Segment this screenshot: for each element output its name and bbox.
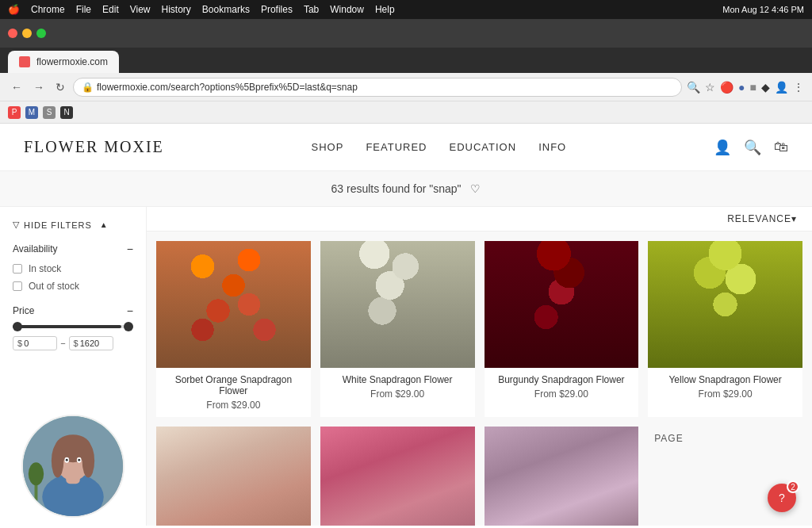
avatar-image [23,416,123,516]
menu-bookmarks[interactable]: Bookmarks [202,4,250,15]
avatar-svg [23,415,123,518]
url-text: flowermoxie.com/search?options%5Bprefix%… [97,82,358,93]
bookmark-3[interactable]: S [43,106,56,119]
price-inputs: $ − $ [13,336,133,350]
out-of-stock-checkbox[interactable] [13,281,22,291]
active-tab[interactable]: flowermoxie.com [8,51,119,73]
price-slider[interactable] [13,325,133,328]
profile-icon[interactable]: 👤 [775,81,788,94]
heart-icon[interactable]: ♡ [470,182,481,195]
price-min-thumb[interactable] [13,322,22,331]
close-button[interactable] [8,29,17,38]
product-card-2[interactable]: White Snapdragon Flower From $29.00 [320,241,475,417]
search-result-text: 63 results found for "snap" [331,182,462,195]
back-button[interactable]: ← [8,79,25,95]
svg-point-10 [78,459,80,461]
nav-featured[interactable]: FEATURED [366,141,427,153]
reload-button[interactable]: ↻ [52,79,68,95]
extension-icon-1[interactable]: 🔴 [720,81,733,94]
minimize-button[interactable] [22,29,32,38]
menu-window[interactable]: Window [330,4,364,15]
product-image-5 [156,427,311,526]
product-info-2: White Snapdragon Flower From $29.00 [320,368,475,406]
nav-education[interactable]: EDUCATION [450,141,517,153]
product-image-7 [485,427,639,526]
menu-profiles[interactable]: Profiles [261,4,293,15]
bookmark-4[interactable]: N [60,106,73,119]
svg-point-9 [66,459,68,461]
price-separator: − [60,339,65,348]
product-card-7[interactable]: Mauve Lavender Snapdragon From $29.00 [485,427,639,526]
bookmark-2[interactable]: M [25,106,38,119]
in-stock-checkbox[interactable] [13,264,22,274]
menu-history[interactable]: History [162,4,191,15]
price-range: $ − $ [13,325,133,350]
min-price-input[interactable]: $ [13,336,57,350]
avatar-circle [21,415,124,518]
url-bar[interactable]: 🔒 flowermoxie.com/search?options%5Bprefi… [73,78,682,97]
in-stock-option[interactable]: In stock [13,263,133,274]
menu-view[interactable]: View [130,4,151,15]
min-price-field[interactable] [24,339,52,348]
svg-point-5 [52,444,64,478]
more-options-icon[interactable]: ⋮ [793,81,804,94]
menu-tab[interactable]: Tab [304,4,319,15]
account-icon[interactable]: 👤 [714,139,731,156]
menu-edit[interactable]: Edit [102,4,119,15]
min-price-symbol: $ [17,339,22,348]
out-of-stock-option[interactable]: Out of stock [13,281,133,292]
mac-os-bar: 🍎 Chrome File Edit View History Bookmark… [0,0,812,19]
site-logo[interactable]: FLOWER MOXIE [24,138,164,156]
product-name-1: Sorbet Orange Snapdragon Flower [159,374,308,396]
filter-toggle[interactable]: ▽ HIDE FILTERS ▲ [13,220,133,230]
price-max-thumb[interactable] [124,322,133,331]
menu-help[interactable]: Help [375,4,395,15]
nav-info[interactable]: INFO [538,141,566,153]
extension-icon-2[interactable]: ● [738,81,745,94]
bookmark-1[interactable]: P [8,106,21,119]
lock-icon: 🔒 [82,82,94,93]
product-card-5[interactable]: White and Pink Snapdragon Flower From $2… [156,427,311,526]
help-button[interactable]: ? 2 [768,484,796,512]
search-icon[interactable]: 🔍 [744,139,761,156]
product-card-3[interactable]: Burgundy Snapdragon Flower From $29.00 [485,241,639,417]
sort-arrow-icon[interactable]: ▾ [791,213,796,224]
product-price-3: From $29.00 [488,388,636,400]
price-toggle[interactable]: − [127,304,133,317]
apple-menu[interactable]: 🍎 [8,4,20,15]
bookmark-icon[interactable]: ☆ [705,81,715,94]
mac-menu-bar: 🍎 Chrome File Edit View History Bookmark… [8,4,395,15]
menu-file[interactable]: File [76,4,91,15]
price-title: Price [13,305,34,316]
website-content: FLOWER MOXIE SHOP FEATURED EDUCATION INF… [0,124,812,528]
window-controls[interactable] [8,29,46,38]
main-layout: ▽ HIDE FILTERS ▲ Availability − In stock… [0,207,812,526]
product-info-3: Burgundy Snapdragon Flower From $29.00 [485,368,639,406]
product-image-6 [320,427,475,526]
sort-label[interactable]: RELEVANCE [727,213,791,224]
max-price-input[interactable]: $ [69,336,113,350]
product-image-4 [648,241,802,368]
extension-icon-4[interactable]: ◆ [761,81,770,94]
product-card-1[interactable]: Sorbet Orange Snapdragon Flower From $29… [156,241,311,417]
forward-button[interactable]: → [30,79,48,95]
menu-chrome[interactable]: Chrome [31,4,65,15]
product-name-3: Burgundy Snapdragon Flower [488,374,636,385]
search-result-header: 63 results found for "snap" ♡ [0,171,812,207]
mac-status-bar: Mon Aug 12 4:46 PM [722,5,804,14]
product-card-6[interactable]: Pink Snapdragon Flower From $29.00 [320,427,475,526]
max-price-field[interactable] [80,339,109,348]
product-info-4: Yellow Snapdragon Flower From $29.00 [648,368,802,406]
cart-icon[interactable]: 🛍 [774,139,788,155]
product-price-1: From $29.00 [159,400,308,411]
help-badge: 2 [787,480,799,493]
nav-shop[interactable]: SHOP [312,141,344,153]
product-card-4[interactable]: Yellow Snapdragon Flower From $29.00 [648,241,802,417]
availability-toggle[interactable]: − [127,243,133,255]
chevron-up-icon: ▲ [100,220,108,229]
maximize-button[interactable] [36,29,46,38]
extension-icon-3[interactable]: ■ [750,81,756,94]
search-icon[interactable]: 🔍 [687,81,700,94]
product-grid: Sorbet Orange Snapdragon Flower From $29… [147,231,812,526]
svg-point-6 [82,444,95,478]
